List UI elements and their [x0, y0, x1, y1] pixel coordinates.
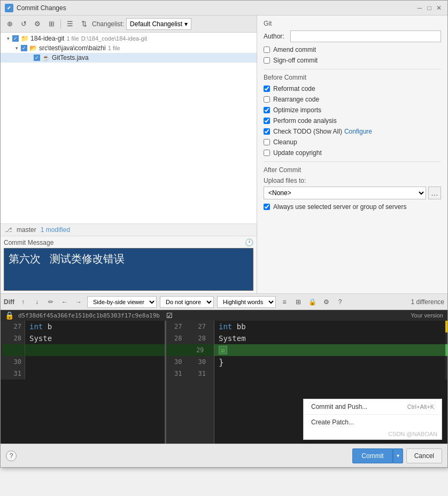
diff-title: Diff	[4, 298, 14, 306]
tree-item-root[interactable]: ▾ ✓ 📁 184-idea-git 1 file D:\184_code\18…	[1, 34, 257, 43]
diff-left-panel: 27 int b 28 Syste	[1, 321, 166, 444]
commit-arrow-button[interactable]: ▾	[393, 448, 403, 463]
diff-count: 1 difference	[411, 298, 445, 306]
diff-lock-button[interactable]: 🔒	[307, 297, 318, 307]
optimize-label[interactable]: Optimize imports	[273, 106, 321, 114]
diff-prev-button[interactable]: ↑	[18, 297, 28, 307]
tree-item-file[interactable]: ▾ ✓ ☕ GitTests.java	[1, 53, 257, 63]
close-button[interactable]: ✕	[435, 4, 443, 12]
diff-edit-button[interactable]: ✏	[45, 297, 56, 307]
upload-select[interactable]: <None>	[264, 187, 426, 199]
diff-mid-29: 29	[166, 344, 214, 356]
signoff-checkbox[interactable]	[264, 57, 270, 64]
upload-settings-button[interactable]: …	[428, 187, 441, 199]
tree-path-root: D:\184_code\184-idea-git	[81, 35, 148, 42]
amend-checkbox[interactable]	[264, 46, 270, 53]
cleanup-label[interactable]: Cleanup	[273, 138, 297, 146]
commit-button[interactable]: Commit	[352, 448, 392, 463]
always-label[interactable]: Always use selected server or group of s…	[273, 203, 406, 211]
diff-align-button[interactable]: ≡	[279, 297, 290, 307]
branch-icon: ⎇	[5, 226, 12, 234]
diff-mid-31: 3131	[166, 368, 214, 379]
diff-back-button[interactable]: ←	[59, 297, 70, 307]
cancel-button[interactable]: Cancel	[406, 448, 442, 463]
commit-push-item[interactable]: Commit and Push... Ctrl+Alt+K	[304, 399, 442, 414]
diff-highlight-select[interactable]: Highlight words	[217, 296, 276, 308]
todo-checkbox[interactable]	[264, 128, 270, 135]
diff-your-version: Your version	[411, 312, 443, 319]
analysis-label[interactable]: Perform code analysis	[273, 117, 337, 125]
changelist-label: Changelist:	[92, 20, 124, 28]
add-button[interactable]: ⊕	[4, 18, 16, 30]
csdn-watermark: CSDN @NABOAN	[304, 430, 442, 439]
commit-message-label: Commit Message 🕐	[4, 238, 253, 246]
tree-checkbox-file[interactable]: ✓	[34, 55, 40, 61]
tree-count-root: 1 file	[66, 35, 79, 42]
tree-name-src: src\test\java\com\baizhi	[39, 44, 106, 52]
create-patch-item[interactable]: Create Patch...	[304, 415, 442, 430]
todo-label[interactable]: Check TODO (Show All)	[273, 128, 342, 135]
diff-left-code-27: int b	[25, 321, 165, 332]
commit-push-label: Commit and Push...	[311, 403, 367, 410]
title-bar: ✔ Commit Changes ─ □ ✕	[1, 1, 447, 15]
reformat-row: Reformat code	[264, 84, 441, 93]
tree-checkbox-src[interactable]: ✓	[21, 45, 27, 51]
commit-message-input[interactable]: 第六次 测试类修改错误	[4, 248, 253, 291]
copyright-label[interactable]: Update copyright	[273, 149, 322, 157]
amend-row: Amend commit	[264, 45, 441, 54]
commit-push-shortcut: Ctrl+Alt+K	[407, 404, 434, 410]
minimize-button[interactable]: ─	[415, 4, 424, 12]
changelist-dropdown[interactable]: Default Changelist ▾	[126, 18, 191, 30]
diff-forward-button[interactable]: →	[73, 297, 84, 307]
diff-right-marker-27	[445, 321, 447, 332]
optimize-checkbox[interactable]	[264, 107, 270, 113]
always-checkbox[interactable]	[264, 204, 270, 210]
copyright-checkbox[interactable]	[264, 150, 270, 156]
diff-columns-button[interactable]: ⊞	[293, 297, 304, 307]
repo-icon: 📁	[21, 35, 28, 42]
settings-button[interactable]: ⚙	[32, 18, 43, 30]
toolbar: ⊕ ↺ ⚙ ⊞ ☰ ⇅ Changelist: Default Changeli…	[1, 15, 257, 33]
expand-button[interactable]: ☰	[64, 18, 76, 30]
tree-arrow-src: ▾	[13, 45, 20, 51]
diff-left-code-30	[25, 356, 165, 368]
optimize-row: Optimize imports	[264, 106, 441, 114]
diff-left-line-30: 30	[1, 356, 165, 368]
commit-message-clock-icon[interactable]: 🕐	[245, 238, 253, 246]
collapse-button[interactable]: ⇅	[78, 18, 90, 30]
diff-right-code-31	[214, 368, 447, 379]
tree-name-root: 184-idea-git	[30, 35, 64, 42]
tree-item-src[interactable]: ▾ ✓ 📂 src\test\java\com\baizhi 1 file	[1, 43, 257, 53]
diff-help-button[interactable]: ?	[335, 297, 345, 307]
diff-middle-panel: 2727 2828 29 3030 3131	[166, 321, 214, 444]
diff-viewer-select[interactable]: Side-by-side viewer	[87, 296, 157, 308]
reformat-checkbox[interactable]	[264, 86, 270, 92]
maximize-button[interactable]: □	[425, 4, 434, 12]
diff-button[interactable]: ⊞	[45, 18, 57, 30]
diff-left-code-31	[25, 368, 165, 379]
title-bar-left: ✔ Commit Changes	[5, 4, 66, 12]
modified-count[interactable]: 1 modified	[41, 226, 70, 234]
rearrange-row: Rearrange code	[264, 95, 441, 104]
reformat-label[interactable]: Reformat code	[273, 85, 315, 92]
rearrange-label[interactable]: Rearrange code	[273, 96, 319, 103]
cleanup-checkbox[interactable]	[264, 139, 270, 145]
app-icon: ✔	[5, 4, 13, 12]
always-use-row: Always use selected server or group of s…	[264, 203, 441, 211]
tree-checkbox-root[interactable]: ✓	[12, 35, 19, 42]
diff-added-checkbox-icon: ☑	[219, 346, 227, 354]
amend-label[interactable]: Amend commit	[273, 46, 316, 53]
configure-link[interactable]: Configure	[344, 128, 372, 135]
diff-settings-button[interactable]: ⚙	[321, 297, 331, 307]
diff-right-code-27: int bb	[214, 321, 447, 332]
analysis-checkbox[interactable]	[264, 118, 270, 124]
refresh-button[interactable]: ↺	[18, 18, 29, 30]
diff-ignore-select[interactable]: Do not ignore	[160, 296, 214, 308]
author-input[interactable]	[290, 30, 441, 42]
diff-checkmark-icon: ☑	[166, 312, 173, 320]
diff-next-button[interactable]: ↓	[32, 297, 42, 307]
rearrange-checkbox[interactable]	[264, 96, 270, 103]
help-button[interactable]: ?	[6, 451, 17, 461]
diff-info-bar: 🔒 d5f38d6f45a366fe151b0c1b85303f17c9e8a1…	[1, 310, 447, 321]
signoff-label[interactable]: Sign-off commit	[273, 57, 318, 64]
